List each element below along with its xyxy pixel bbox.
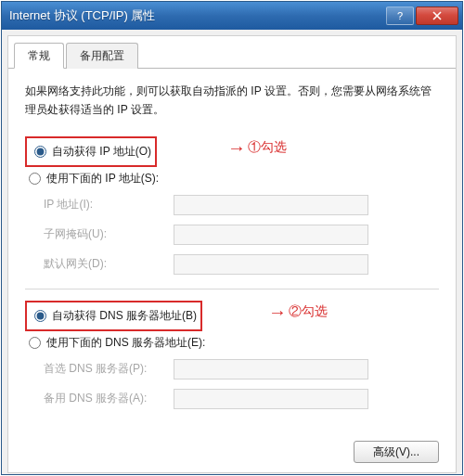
radio-ip-manual-row[interactable]: 使用下面的 IP 地址(S): [25,167,439,190]
input-ip-address [174,195,368,215]
close-button[interactable] [416,6,458,25]
description-text: 如果网络支持此功能，则可以获取自动指派的 IP 设置。否则，您需要从网络系统管理… [25,82,439,120]
radio-dns-manual[interactable] [29,337,41,349]
label-dns-alternate: 备用 DNS 服务器(A): [25,391,174,406]
highlight-box-dns: 自动获得 DNS 服务器地址(B) [25,301,202,331]
annotation-1: → ①勾选 [227,138,287,157]
field-subnet-mask: 子网掩码(U): [25,220,439,250]
button-row: 高级(V)... [354,441,439,463]
help-button[interactable]: ? [386,6,414,25]
arrow-icon: → [268,302,287,321]
annotation-2-text: ②勾选 [289,303,328,320]
dns-group: → ②勾选 自动获得 DNS 服务器地址(B) 使用下面的 DNS 服务器地址(… [25,301,439,414]
input-dns-alternate [174,389,368,409]
client-area: 常规 备用配置 如果网络支持此功能，则可以获取自动指派的 IP 设置。否则，您需… [7,35,457,473]
label-default-gateway: 默认网关(D): [25,256,174,272]
label-ip-address: IP 地址(I): [25,197,174,212]
radio-dns-auto-row[interactable]: 自动获得 DNS 服务器地址(B) [31,304,197,328]
separator [25,289,439,289]
window-title: Internet 协议 (TCP/IP) 属性 [9,7,384,24]
titlebar: Internet 协议 (TCP/IP) 属性 ? [2,2,462,30]
dialog-window: Internet 协议 (TCP/IP) 属性 ? 常规 备用配置 如果网络支持… [1,1,463,475]
radio-ip-auto-label: 自动获得 IP 地址(O) [52,144,151,160]
field-dns-preferred: 首选 DNS 服务器(P): [25,354,439,384]
radio-dns-auto-label: 自动获得 DNS 服务器地址(B) [52,308,197,324]
label-subnet-mask: 子网掩码(U): [25,226,174,242]
radio-ip-auto-row[interactable]: 自动获得 IP 地址(O) [31,140,151,163]
arrow-icon: → [227,138,246,157]
close-icon [432,11,442,20]
radio-dns-manual-row[interactable]: 使用下面的 DNS 服务器地址(E): [25,331,439,354]
radio-ip-manual[interactable] [29,173,41,185]
annotation-1-text: ①勾选 [248,139,287,156]
radio-dns-manual-label: 使用下面的 DNS 服务器地址(E): [46,335,205,351]
field-dns-alternate: 备用 DNS 服务器(A): [25,384,439,414]
input-dns-preferred [174,359,368,380]
advanced-button[interactable]: 高级(V)... [354,441,439,463]
ip-group: → ①勾选 自动获得 IP 地址(O) 使用下面的 IP 地址(S): IP 地… [25,136,439,279]
radio-ip-auto[interactable] [34,146,46,158]
highlight-box-ip: 自动获得 IP 地址(O) [25,136,157,167]
radio-dns-auto[interactable] [34,310,46,322]
tab-content: 如果网络支持此功能，则可以获取自动指派的 IP 设置。否则，您需要从网络系统管理… [8,69,456,432]
tab-strip: 常规 备用配置 [8,36,456,69]
annotation-2: → ②勾选 [268,302,328,321]
label-dns-preferred: 首选 DNS 服务器(P): [25,361,174,377]
tab-general[interactable]: 常规 [14,43,64,69]
input-subnet-mask [174,225,368,245]
field-default-gateway: 默认网关(D): [25,250,439,279]
radio-ip-manual-label: 使用下面的 IP 地址(S): [46,171,159,187]
tab-alternate[interactable]: 备用配置 [66,43,138,69]
field-ip-address: IP 地址(I): [25,190,439,220]
window-controls: ? [384,6,458,25]
input-default-gateway [174,254,368,275]
